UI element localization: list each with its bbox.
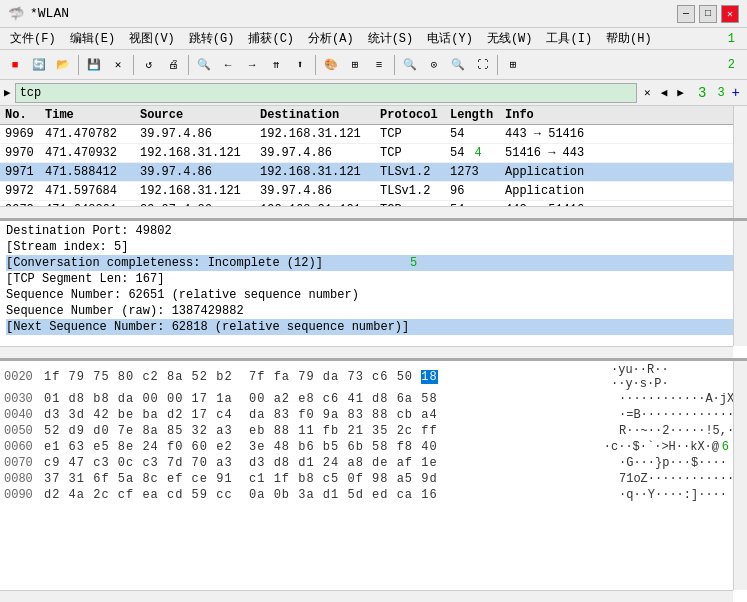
menu-edit[interactable]: 编辑(E) — [64, 29, 122, 48]
stop-button[interactable]: ■ — [4, 54, 26, 76]
menu-goto[interactable]: 跳转(G) — [183, 29, 241, 48]
zoom-out-button[interactable]: 🔍 — [447, 54, 469, 76]
menu-wireless[interactable]: 无线(W) — [481, 29, 539, 48]
filter-number-label: 3 — [717, 86, 724, 100]
cell-dst: 192.168.31.121 — [257, 164, 377, 180]
open-button[interactable]: 📂 — [52, 54, 74, 76]
menu-tools[interactable]: 工具(I) — [540, 29, 598, 48]
hex-ascii: 71oZ············ — [619, 472, 729, 486]
window-controls[interactable]: — □ ✕ — [677, 5, 739, 23]
hex-row[interactable]: 0030 01 d8 b8 da 00 00 17 1a 00 a2 e8 c6… — [4, 391, 729, 407]
cell-info: Application — [502, 183, 745, 199]
packet-list-hscroll[interactable] — [0, 206, 733, 218]
table-row[interactable]: 9969 471.470782 39.97.4.86 192.168.31.12… — [0, 125, 747, 144]
menu-capture[interactable]: 捕获(C) — [242, 29, 300, 48]
back-button[interactable]: ← — [217, 54, 239, 76]
menu-stats[interactable]: 统计(S) — [362, 29, 420, 48]
close-button[interactable]: ✕ — [721, 5, 739, 23]
scroll-up-button[interactable]: ⇈ — [265, 54, 287, 76]
col-len: Length — [447, 107, 502, 123]
separator5 — [394, 55, 395, 75]
detail-line-next-seq: [Next Sequence Number: 62818 (relative s… — [6, 319, 741, 335]
cell-src: 39.97.4.86 — [137, 164, 257, 180]
hex-bytes: d2 4a 2c cf ea cd 59 cc 0a 0b 3a d1 5d e… — [44, 488, 611, 502]
col-no: No. — [2, 107, 42, 123]
minimize-button[interactable]: — — [677, 5, 695, 23]
table-row[interactable]: 9971 471.588412 39.97.4.86 192.168.31.12… — [0, 163, 747, 182]
filter-input[interactable] — [15, 83, 637, 103]
hex-row[interactable]: 0020 1f 79 75 80 c2 8a 52 b2 7f fa 79 da… — [4, 363, 729, 391]
color-button[interactable]: 🎨 — [320, 54, 342, 76]
zoom-normal-button[interactable]: ⊙ — [423, 54, 445, 76]
cell-src: 39.97.4.86 — [137, 126, 257, 142]
col-proto: Protocol — [377, 107, 447, 123]
detail-hscroll[interactable] — [0, 346, 733, 358]
hex-bytes: 1f 79 75 80 c2 8a 52 b2 7f fa 79 da 73 c… — [44, 370, 603, 384]
menu-analyze[interactable]: 分析(A) — [302, 29, 360, 48]
hex-hscroll[interactable] — [0, 590, 733, 602]
hex-row[interactable]: 0060 e1 63 e5 8e 24 f0 60 e2 3e 48 b6 b5… — [4, 439, 729, 455]
main-content: No. Time Source Destination Protocol Len… — [0, 106, 747, 602]
hex-row[interactable]: 0040 d3 3d 42 be ba d2 17 c4 da 83 f0 9a… — [4, 407, 729, 423]
filter-right-arrow[interactable]: ▶ — [674, 85, 687, 100]
filter-bar: ▶ ✕ ◀ ▶ 3 3 + — [0, 80, 747, 106]
menu-file[interactable]: 文件(F) — [4, 29, 62, 48]
cell-no: 9972 — [2, 183, 42, 199]
hex-panel: 0020 1f 79 75 80 c2 8a 52 b2 7f fa 79 da… — [0, 361, 747, 602]
reload-button[interactable]: ↺ — [138, 54, 160, 76]
expand-button[interactable]: ⊞ — [502, 54, 524, 76]
layout-button[interactable]: ≡ — [368, 54, 390, 76]
restart-button[interactable]: 🔄 — [28, 54, 50, 76]
hex-bytes: e1 63 e5 8e 24 f0 60 e2 3e 48 b6 b5 6b 5… — [44, 440, 596, 454]
packet-list-vscroll[interactable] — [733, 106, 747, 218]
hex-ascii: ·=B············· — [619, 408, 729, 422]
menu-bar: 文件(F) 编辑(E) 视图(V) 跳转(G) 捕获(C) 分析(A) 统计(S… — [0, 28, 747, 50]
app-icon: 🦈 — [8, 6, 24, 22]
cell-no: 9969 — [2, 126, 42, 142]
hex-row[interactable]: 0050 52 d9 d0 7e 8a 85 32 a3 eb 88 11 fb… — [4, 423, 729, 439]
hex-row[interactable]: 0070 c9 47 c3 0c c3 7d 70 a3 d3 d8 d1 24… — [4, 455, 729, 471]
table-row[interactable]: 9970 471.470932 192.168.31.121 39.97.4.8… — [0, 144, 747, 163]
hex-offset: 0090 — [4, 488, 40, 502]
filter-add-button[interactable]: 3 — [695, 84, 709, 102]
hex-vscroll[interactable] — [733, 361, 747, 590]
fullscreen-button[interactable]: ⛶ — [471, 54, 493, 76]
hex-offset: 0060 — [4, 440, 40, 454]
menu-phone[interactable]: 电话(Y) — [421, 29, 479, 48]
cell-len: 1273 — [447, 164, 502, 180]
col-src: Source — [137, 107, 257, 123]
cell-proto: TCP — [377, 126, 447, 142]
separator3 — [188, 55, 189, 75]
maximize-button[interactable]: □ — [699, 5, 717, 23]
detail-vscroll[interactable] — [733, 221, 747, 346]
filter-plus-button[interactable]: + — [729, 84, 743, 102]
detail-line-seq-raw: Sequence Number (raw): 1387429882 — [6, 303, 741, 319]
col-dst: Destination — [257, 107, 377, 123]
hex-row[interactable]: 0080 37 31 6f 5a 8c ef ce 91 c1 1f b8 c5… — [4, 471, 729, 487]
title-bar: 🦈 *WLAN — □ ✕ — [0, 0, 747, 28]
find-button[interactable]: 🔍 — [193, 54, 215, 76]
filter-clear-button[interactable]: ✕ — [641, 85, 654, 100]
hex-bytes: d3 3d 42 be ba d2 17 c4 da 83 f0 9a 83 8… — [44, 408, 611, 422]
detail-line-completeness[interactable]: [Conversation completeness: Incomplete (… — [6, 255, 741, 271]
menu-view[interactable]: 视图(V) — [123, 29, 181, 48]
detail-line-seg-len: [TCP Segment Len: 167] — [6, 271, 741, 287]
zoom-in-button[interactable]: 🔍 — [399, 54, 421, 76]
menu-help[interactable]: 帮助(H) — [600, 29, 658, 48]
hex-ascii: ············A·jX — [619, 392, 729, 406]
separator4 — [315, 55, 316, 75]
cell-info: 51416 → 443 — [502, 145, 745, 161]
filter-left-arrow[interactable]: ◀ — [658, 85, 671, 100]
close-capture-button[interactable]: ✕ — [107, 54, 129, 76]
hex-ascii: ·G···}p···$···· — [619, 456, 729, 470]
table-row[interactable]: 9972 471.597684 192.168.31.121 39.97.4.8… — [0, 182, 747, 201]
cell-time: 471.597684 — [42, 183, 137, 199]
print-button[interactable]: 🖨 — [162, 54, 184, 76]
save-button[interactable]: 💾 — [83, 54, 105, 76]
forward-button[interactable]: → — [241, 54, 263, 76]
cell-src: 192.168.31.121 — [137, 145, 257, 161]
scroll-down-button[interactable]: ⬆ — [289, 54, 311, 76]
resize-button[interactable]: ⊞ — [344, 54, 366, 76]
hex-row[interactable]: 0090 d2 4a 2c cf ea cd 59 cc 0a 0b 3a d1… — [4, 487, 729, 503]
window-title: *WLAN — [30, 6, 69, 21]
